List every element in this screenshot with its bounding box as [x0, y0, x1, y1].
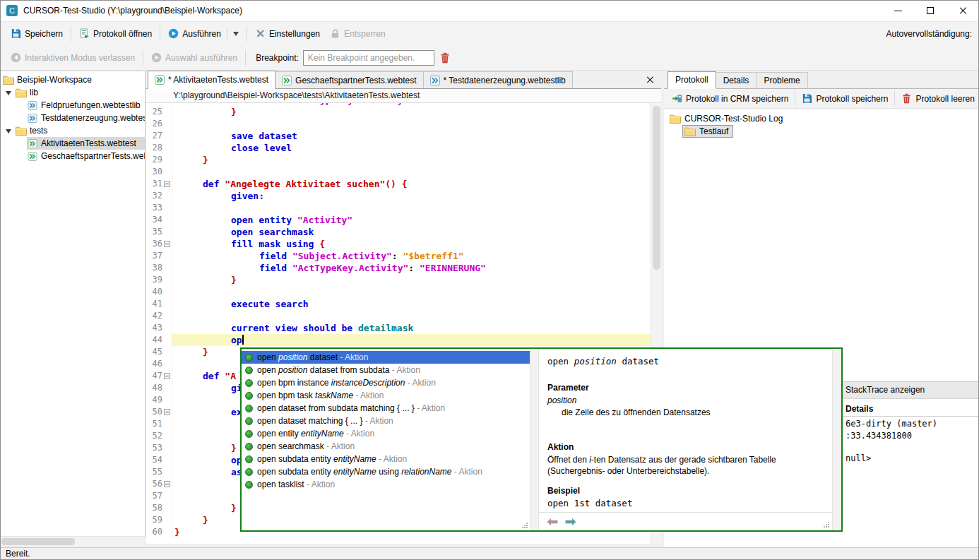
gutter: 57 — [146, 490, 172, 502]
toolbar-separator — [160, 26, 160, 42]
tree-item-beispiel-workspace[interactable]: Beispiel-Workspace — [0, 73, 145, 86]
forward-arrow-icon[interactable] — [564, 518, 577, 526]
window-controls — [882, 0, 979, 21]
resize-grip-icon[interactable] — [521, 522, 528, 529]
resize-grip-icon[interactable] — [823, 521, 830, 528]
autocomplete-item-2[interactable]: open bpm instance instanceDescription - … — [242, 376, 530, 389]
code-line-29[interactable]: 29} — [146, 154, 651, 166]
code-line-35[interactable]: 35open searchmask — [146, 226, 651, 238]
line-number: 50 — [146, 406, 162, 418]
breakpoint-input[interactable] — [303, 50, 434, 66]
line-number: 55 — [146, 466, 162, 478]
maximize-button[interactable] — [914, 0, 947, 21]
tree-item-testdatenerzeugung-webtestlib[interactable]: Testdatenerzeugung.webtestlib — [0, 112, 145, 124]
autocomplete-item-5[interactable]: open dataset matching { ... } - Aktion — [242, 415, 530, 427]
settings-button[interactable]: Einstellungen — [250, 25, 325, 42]
gutter: 31 — [146, 178, 172, 190]
code-line-30[interactable]: 30 — [146, 166, 651, 178]
scrollbar-thumb[interactable] — [653, 106, 660, 270]
code-line-39[interactable]: 39} — [146, 274, 651, 286]
gutter: 35 — [146, 226, 172, 238]
breakpoint-label: Breakpoint: — [256, 53, 299, 63]
delete-breakpoint-button[interactable] — [440, 52, 450, 64]
code-line-33[interactable]: 33 — [146, 202, 651, 214]
code-line-31[interactable]: 31def "Angelegte Aktivitaet suchen"() { — [146, 178, 651, 190]
autocomplete-list-scrollbar[interactable] — [530, 349, 539, 530]
chevron-down-icon[interactable] — [233, 32, 239, 36]
line-number: 36 — [146, 238, 162, 250]
line-number: 44 — [146, 334, 162, 346]
editor-tab-aktivitaetentests-webtest[interactable]: * AktivitaetenTests.webtest — [148, 71, 275, 89]
log-item-testlauf[interactable]: Testlauf — [664, 125, 979, 138]
right-tab-protokoll[interactable]: Protokoll — [668, 71, 716, 89]
autocomplete-item-10[interactable]: open tasklist - Aktion — [242, 478, 530, 491]
autocomplete-item-6[interactable]: open entity entityName - Aktion — [242, 427, 530, 440]
code-line-43[interactable]: 43current view should be detailmask — [146, 322, 651, 334]
sidebar-horizontal-scrollbar[interactable] — [0, 536, 145, 547]
code-line-42[interactable]: 42 — [146, 310, 651, 322]
close-tab-icon[interactable] — [646, 76, 654, 84]
autocomplete-item-7[interactable]: open searchmask - Aktion — [242, 440, 530, 453]
save-button[interactable]: Speichern — [6, 25, 68, 42]
fold-marker-icon[interactable] — [164, 481, 170, 487]
protokoll-speichern-button[interactable]: Protokoll speichern — [798, 90, 891, 107]
autocomplete-item-0[interactable]: open position dataset - Aktion — [242, 351, 530, 364]
protokoll-leeren-button[interactable]: Protokoll leeren — [898, 90, 978, 107]
back-arrow-icon[interactable] — [546, 518, 559, 526]
code-line-41[interactable]: 41execute search — [146, 298, 651, 310]
scrollbar-thumb[interactable] — [1, 538, 75, 545]
code-line-32[interactable]: 32given: — [146, 190, 651, 202]
right-tab-probleme[interactable]: Probleme — [756, 72, 807, 88]
tree-item-aktivitaetentests-webtest[interactable]: AktivitaetenTests.webtest — [0, 137, 145, 150]
code-line-34[interactable]: 34open entity "Activity" — [146, 214, 651, 226]
autocomplete-doc-scrollbar[interactable] — [832, 349, 841, 530]
autocomplete-item-1[interactable]: open position dataset from subdata - Akt… — [242, 364, 530, 376]
autocomplete-item-3[interactable]: open bpm task taskName - Aktion — [242, 389, 530, 402]
toolbar-separator — [795, 91, 795, 107]
autocomplete-item-8[interactable]: open subdata entity entityName - Aktion — [242, 453, 530, 465]
autocomplete-item-4[interactable]: open dataset from subdata matching { ...… — [242, 402, 530, 415]
minimize-button[interactable] — [882, 0, 914, 21]
code-line-26[interactable]: 26 — [146, 118, 651, 130]
webtestlib-file-icon — [27, 101, 38, 110]
toolbar-separator — [247, 26, 247, 42]
doc-parameter-heading: Parameter — [547, 383, 589, 393]
autocomplete-toggle[interactable]: Autovervollständigung: — [886, 29, 973, 39]
gutter: 34 — [146, 214, 172, 226]
close-button[interactable] — [947, 0, 979, 21]
autocomplete-item-9[interactable]: open subdata entity entityName using rel… — [242, 465, 530, 478]
code-line-40[interactable]: 40 — [146, 286, 651, 298]
code-line-28[interactable]: 28close level — [146, 142, 651, 154]
stacktrace-toggle-label[interactable]: StackTrace anzeigen — [846, 385, 925, 395]
run-button[interactable]: Ausführen — [163, 25, 244, 42]
tree-item-lib[interactable]: lib — [0, 86, 145, 99]
code-line-37[interactable]: 37field "Subject.Activity": "$betreff1" — [146, 250, 651, 262]
code-line-27[interactable]: 27save dataset — [146, 130, 651, 142]
code-line-36[interactable]: 36fill mask using { — [146, 238, 651, 250]
fold-marker-icon[interactable] — [164, 181, 170, 187]
folder-icon — [670, 114, 681, 124]
log-item-cursor-test-studio-log[interactable]: CURSOR-Test-Studio Log — [664, 112, 979, 125]
gutter: 42 — [146, 310, 172, 322]
editor-tab-geschaeftspartnertests-webtest[interactable]: GeschaeftspartnerTests.webtest — [275, 71, 423, 88]
line-number: 60 — [146, 526, 162, 538]
code-line-38[interactable]: 38field "ActTypeKey.Activity": "ERINNERU… — [146, 262, 651, 274]
open-protocol-button[interactable]: Protokoll öffnen — [74, 25, 157, 42]
protocol-log-tree: CURSOR-Test-Studio LogTestlauf — [664, 109, 979, 381]
tree-item-tests[interactable]: tests — [0, 124, 145, 137]
editor-tab-testdatenerzeugung-webtestlib[interactable]: * Testdatenerzeugung.webtestlib — [423, 71, 573, 88]
code-line-25[interactable]: 25} — [146, 106, 651, 118]
gutter: 40 — [146, 286, 172, 298]
tree-item-feldpruefungen-webtestlib[interactable]: Feldpruefungen.webtestlib — [0, 99, 145, 112]
code-line-44[interactable]: 44op — [146, 334, 651, 346]
minimize-icon — [894, 11, 902, 11]
right-tab-details[interactable]: Details — [716, 72, 757, 88]
fold-marker-icon[interactable] — [164, 241, 170, 247]
trash-icon — [901, 93, 912, 104]
tree-item-geschaeftspartnertests-webtest[interactable]: GeschaeftspartnerTests.webtest — [0, 150, 145, 162]
fold-marker-icon[interactable] — [164, 409, 170, 415]
fold-marker-icon[interactable] — [164, 373, 170, 379]
expander-icon[interactable] — [6, 90, 13, 95]
expander-icon[interactable] — [6, 129, 13, 133]
protokoll-in-crm-speichern-button[interactable]: Protokoll in CRM speichern — [668, 90, 792, 107]
